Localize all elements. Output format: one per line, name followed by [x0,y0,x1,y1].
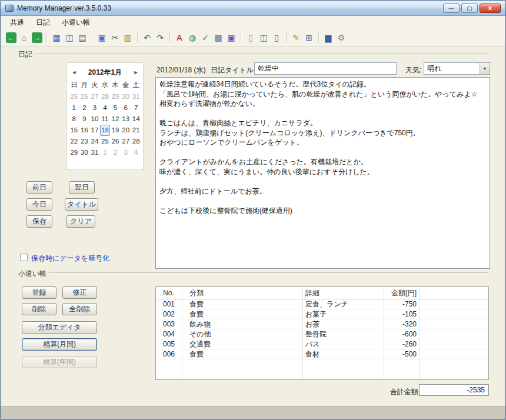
calendar-day[interactable]: 27 [121,136,131,147]
calendar-next-icon[interactable]: ► [132,69,139,75]
encrypt-checkbox-label[interactable]: 保存時にデータを暗号化 [31,254,109,264]
calendar-day[interactable]: 2 [110,147,121,158]
calendar-day[interactable]: 4 [131,147,141,158]
edit-pencil-icon[interactable]: ✎ [290,32,302,44]
next-day-button[interactable]: 翌日 [69,181,95,194]
menu-item-common[interactable]: 共通 [4,16,30,29]
calendar-day[interactable]: 31 [131,91,141,102]
font-icon[interactable]: A [174,32,185,44]
calendar-day[interactable]: 21 [131,125,141,136]
title-button[interactable]: タイトル [65,198,98,211]
calendar-day[interactable]: 8 [69,114,79,125]
calendar-day[interactable]: 15 [69,125,79,136]
calendar-day[interactable]: 16 [79,125,90,136]
calendar-day[interactable]: 26 [110,136,121,147]
save-icon[interactable]: ▦ [51,32,62,44]
calendar-day[interactable]: 20 [121,125,131,136]
cut-icon[interactable]: ✂ [109,32,121,44]
close-button[interactable]: × [480,4,501,13]
calendar-day[interactable]: 13 [121,114,131,125]
calendar-day[interactable]: 1 [69,102,79,114]
paste-icon[interactable]: ▥ [122,32,134,44]
save-button[interactable]: 保存 [26,215,52,228]
calendar-day[interactable]: 3 [121,147,131,158]
spellcheck-icon[interactable]: ✓ [199,32,211,44]
calendar-day-selected[interactable]: 18 [100,125,111,136]
calendar-day[interactable]: 26 [79,91,90,102]
album-icon[interactable]: ▣ [225,32,237,44]
calendar-day[interactable]: 25 [100,136,111,147]
calendar-day[interactable]: 22 [69,136,79,147]
print-icon[interactable]: ▤ [76,32,88,44]
modify-button[interactable]: 修正 [62,286,97,299]
expense-row[interactable]: 001食費定食、ランチ-750 [156,299,488,309]
redo-icon[interactable]: ↷ [154,32,166,44]
calendar-day[interactable]: 19 [110,125,121,136]
delete-button[interactable]: 削除 [22,303,56,315]
calendar-prev-icon[interactable]: ◄ [71,69,78,75]
image-icon[interactable]: ▩ [212,32,224,44]
calendar-day[interactable]: 1 [100,147,111,158]
calendar-day[interactable]: 28 [100,91,111,102]
calendar-day[interactable]: 14 [131,114,141,125]
calendar-day[interactable]: 3 [89,102,100,114]
menu-item-diary[interactable]: 日記 [30,16,56,29]
table-icon[interactable]: ⊞ [303,32,315,44]
settle-monthly-button[interactable]: 精算(月間) [22,338,97,351]
forward-icon[interactable]: → [32,32,42,43]
expense-table-header[interactable]: No. 分類 詳細 金額[円] [156,287,488,299]
calendar-day[interactable]: 17 [89,125,100,136]
title-bar[interactable]: Memory Manager ver.3.5.0.33 — ▢ × [1,1,505,16]
web-document-icon[interactable]: ◫ [258,32,269,44]
maximize-button[interactable]: ▢ [461,4,478,13]
prev-day-button[interactable]: 前日 [26,181,52,194]
weather-select[interactable]: 晴れ ▼ [424,62,490,75]
calendar-day[interactable]: 2 [79,102,90,114]
column-header-detail[interactable]: 詳細 [305,287,319,299]
calendar-day[interactable]: 29 [69,147,79,158]
calendar-day[interactable]: 6 [121,102,131,114]
calendar-day[interactable]: 23 [79,136,90,147]
register-button[interactable]: 登録 [22,286,56,299]
calendar-day[interactable]: 30 [121,91,131,102]
expense-row[interactable]: 004その他整骨院-600 [156,329,488,339]
calendar-day[interactable]: 7 [131,102,141,114]
new-document-icon[interactable]: ▯ [245,32,257,44]
column-header-category[interactable]: 分類 [189,287,204,299]
diary-entry-textarea[interactable]: 乾燥注意報が連続34日間続いているそうだ。歴代3位タイの記録。 「風呂で1時間、… [155,77,490,269]
calendar-day[interactable]: 12 [110,114,121,125]
weather-dropdown-button[interactable]: ▼ [480,63,490,74]
today-button[interactable]: 今日 [26,198,52,211]
calendar-day[interactable]: 10 [89,114,100,125]
calendar-day[interactable]: 4 [100,102,111,114]
calendar-day[interactable]: 27 [89,91,100,102]
print-preview-icon[interactable]: ◫ [64,32,75,44]
calendar-day[interactable]: 30 [79,147,90,158]
calendar-day[interactable]: 24 [89,136,100,147]
settings-gear-icon[interactable]: ⚙ [335,32,347,44]
globe-icon[interactable]: ◍ [187,32,198,44]
encrypt-checkbox[interactable] [20,254,28,261]
category-editor-button[interactable]: 分類エディタ [22,321,97,334]
home-icon[interactable]: ⌂ [18,32,30,44]
diary-title-input[interactable] [254,62,397,75]
calendar-day[interactable]: 11 [100,114,111,125]
calendar-day[interactable]: 5 [110,102,121,114]
menu-item-allowance[interactable]: 小遣い帳 [56,16,96,29]
calendar-day[interactable]: 9 [79,114,90,125]
calendar-day[interactable]: 25 [69,91,79,102]
expense-table[interactable]: No. 分類 詳細 金額[円] 001食費定食、ランチ-750002食費お菓子-… [155,286,489,380]
calendar-day[interactable]: 31 [89,147,100,158]
clear-button[interactable]: クリア [66,215,95,228]
expense-row[interactable]: 003飲み物お茶-320 [156,319,488,329]
minimize-button[interactable]: — [443,4,460,13]
copy-icon[interactable]: ▣ [96,32,108,44]
column-header-no[interactable]: No. [163,287,174,299]
undo-icon[interactable]: ↶ [141,32,153,44]
back-icon[interactable]: ← [6,32,16,43]
column-header-amount[interactable]: 金額[円] [384,287,417,299]
expense-row[interactable]: 005交通費バス-260 [156,339,488,349]
delete-all-button[interactable]: 全削除 [62,303,97,315]
calendar-day[interactable]: 29 [110,91,121,102]
calendar-day[interactable]: 28 [131,136,141,147]
